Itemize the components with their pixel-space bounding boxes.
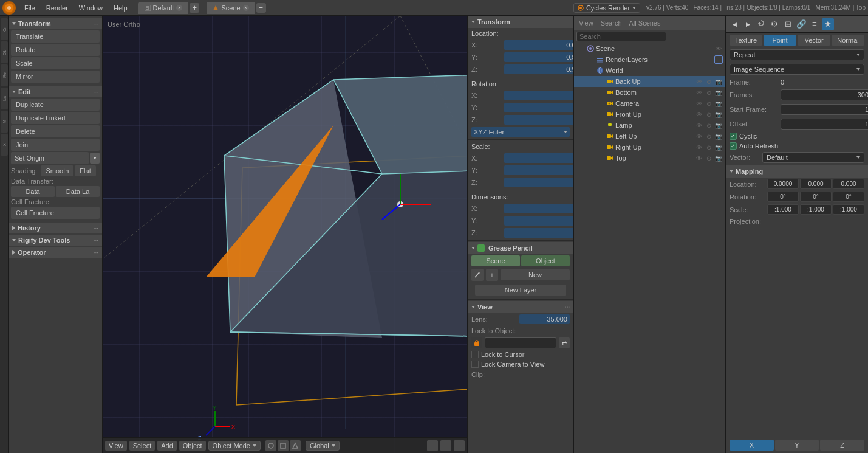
backup-vis-btn[interactable]: 👁 [695, 77, 703, 86]
tab-point[interactable]: Point [764, 35, 796, 46]
map-x-btn[interactable]: X [730, 440, 774, 451]
mapping-scale-x[interactable] [767, 204, 799, 215]
lamp-vis-btn[interactable]: 👁 [695, 121, 703, 130]
outliner-item-renderlayers[interactable]: RenderLayers [574, 54, 725, 65]
frontup-render-btn[interactable]: 📷 [714, 110, 723, 119]
outliner-item-lamp[interactable]: Lamp 👁 ⊙ 📷 [574, 120, 725, 131]
global-dropdown[interactable]: Global [306, 441, 340, 451]
rot-y-input[interactable] [504, 103, 573, 112]
loc-z-input[interactable] [504, 64, 573, 74]
image-seq-dropdown[interactable]: Image Sequence [730, 64, 864, 75]
mapping-scale-z[interactable] [833, 204, 864, 215]
loc-x-input[interactable] [504, 40, 573, 50]
gp-pencil-icon-btn[interactable] [471, 269, 484, 281]
vector-dropdown[interactable]: Default [762, 152, 864, 163]
leftup-vis-btn[interactable]: 👁 [695, 132, 703, 140]
rightup-sel-btn[interactable]: ⊙ [705, 143, 713, 151]
tex-refresh-btn[interactable] [755, 18, 767, 30]
camera-vis-btn[interactable]: 👁 [695, 99, 703, 108]
outliner-item-rightup[interactable]: Right Up 👁 ⊙ 📷 [574, 142, 725, 153]
vert-tab-5[interactable]: X [1, 134, 8, 156]
scale-y-input[interactable] [504, 165, 573, 175]
map-z-btn[interactable]: Z [820, 440, 864, 451]
map-y-btn[interactable]: Y [775, 440, 819, 451]
dim-x-input[interactable] [504, 204, 573, 213]
data-button[interactable]: Data [11, 186, 55, 197]
viewport-icon-1[interactable] [265, 440, 276, 451]
viewport-object-btn[interactable]: Object [179, 441, 206, 451]
tex-link-btn[interactable]: 🔗 [795, 18, 807, 30]
rot-x-input[interactable] [504, 91, 573, 100]
start-frame-input[interactable] [781, 104, 868, 115]
join-button[interactable]: Join [11, 139, 100, 151]
repeat-dropdown[interactable]: Repeat [730, 49, 864, 60]
viewport[interactable]: User Ortho [103, 16, 467, 453]
dim-y-input[interactable] [504, 216, 573, 226]
renderlayers-icon-btn[interactable] [714, 55, 723, 64]
tex-forward-btn[interactable]: ▶ [742, 18, 754, 30]
backup-render-btn[interactable]: 📷 [714, 77, 723, 86]
operator-header[interactable]: Operator ··· [9, 247, 102, 258]
vert-tab-4[interactable]: M [1, 111, 8, 133]
viewport-select-btn[interactable]: Select [129, 441, 155, 451]
outliner-search-input[interactable] [576, 32, 666, 41]
gp-scene-button[interactable]: Scene [471, 255, 520, 266]
vert-tab-2[interactable]: Re [1, 64, 8, 86]
all-scenes-btn[interactable]: All Scenes [627, 18, 663, 28]
viewport-onion-icon[interactable] [454, 440, 465, 451]
tex-sort-btn[interactable]: ≡ [808, 18, 821, 30]
data-layers-button[interactable]: Data La [56, 186, 100, 197]
vert-tab-0[interactable]: Cr [1, 18, 8, 40]
outliner-item-world[interactable]: World [574, 65, 725, 76]
frontup-vis-btn[interactable]: 👁 [695, 110, 703, 119]
leftup-sel-btn[interactable]: ⊙ [705, 132, 713, 140]
bottom-render-btn[interactable]: 📷 [714, 88, 723, 97]
viewport-add-btn[interactable]: Add [157, 441, 177, 451]
viewport-icon-2[interactable] [278, 440, 289, 451]
rot-z-input[interactable] [504, 115, 573, 125]
grease-pencil-header[interactable]: Grease Pencil [468, 242, 573, 254]
duplicate-button[interactable]: Duplicate [11, 99, 100, 111]
frontup-sel-btn[interactable]: ⊙ [705, 110, 713, 119]
scene-tab[interactable]: Scene × [207, 2, 255, 14]
tex-active-btn[interactable]: ★ [822, 18, 834, 30]
gp-plus-icon-btn[interactable]: + [486, 269, 498, 281]
camera-render-btn[interactable]: 📷 [714, 99, 723, 108]
lock-cursor-checkbox[interactable] [471, 351, 479, 358]
tab-vector[interactable]: Vector [798, 35, 830, 46]
bottom-sel-btn[interactable]: ⊙ [705, 88, 713, 97]
euler-mode-dropdown[interactable]: XYZ Euler [471, 127, 570, 137]
outliner-item-scene[interactable]: Scene 👁 [574, 43, 725, 54]
edit-header[interactable]: Edit ··· [9, 86, 102, 97]
lamp-sel-btn[interactable]: ⊙ [705, 121, 713, 130]
dim-z-input[interactable] [504, 228, 573, 238]
offset-input[interactable] [781, 119, 868, 130]
set-origin-button[interactable]: Set Origin [11, 152, 89, 164]
view-section-header[interactable]: View ··· [468, 301, 573, 313]
smooth-button[interactable]: Smooth [41, 165, 73, 176]
outliner-view-btn[interactable]: View [576, 18, 596, 28]
gp-checkbox[interactable] [477, 244, 485, 252]
viewport-snap-icon[interactable] [427, 440, 438, 451]
delete-button[interactable]: Delete [11, 125, 100, 137]
render-engine-dropdown[interactable]: Cycles Render [573, 3, 640, 13]
viewport-icon-3[interactable] [290, 440, 301, 451]
rightup-render-btn[interactable]: 📷 [714, 143, 723, 151]
outliner-search-btn[interactable]: Search [598, 18, 624, 28]
mirror-button[interactable]: Mirror [11, 71, 100, 83]
backup-sel-btn[interactable]: ⊙ [705, 77, 713, 86]
frames-input[interactable] [781, 89, 868, 100]
tex-back-btn[interactable]: ◀ [728, 18, 740, 30]
scale-x-input[interactable] [504, 153, 573, 163]
rightup-vis-btn[interactable]: 👁 [695, 143, 703, 151]
lamp-render-btn[interactable]: 📷 [714, 121, 723, 130]
tex-filter-btn[interactable]: ⊞ [782, 18, 794, 30]
tex-settings-btn[interactable]: ⚙ [768, 18, 781, 30]
viewport-view-btn[interactable]: View [105, 441, 127, 451]
leftup-render-btn[interactable]: 📷 [714, 132, 723, 140]
add-workspace-tab[interactable]: + [190, 3, 199, 13]
outliner-item-frontup[interactable]: Front Up 👁 ⊙ 📷 [574, 109, 725, 120]
outliner-item-top[interactable]: Top 👁 ⊙ 📷 [574, 153, 725, 164]
set-origin-arrow[interactable]: ▾ [90, 153, 100, 164]
workspace-tab-close[interactable]: × [176, 5, 182, 11]
